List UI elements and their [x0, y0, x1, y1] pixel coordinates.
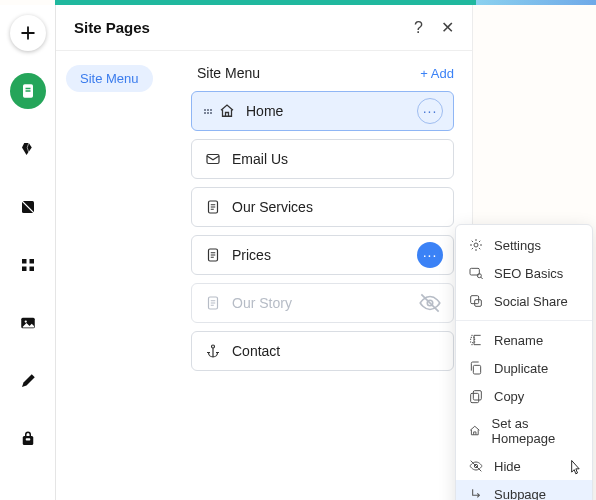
menu-item-duplicate[interactable]: Duplicate: [456, 354, 592, 382]
rail-store-button[interactable]: [10, 421, 46, 457]
hidden-icon: [417, 290, 443, 316]
rail-pages-button[interactable]: [10, 73, 46, 109]
doc-icon: [204, 198, 222, 216]
menu-item-label: SEO Basics: [494, 266, 563, 281]
share-icon: [468, 293, 484, 309]
page-actions-button[interactable]: ···: [417, 242, 443, 268]
panel-main: Site Menu Add Home···Email UsOur Service…: [191, 51, 472, 500]
page-item-prices[interactable]: Prices···: [191, 235, 454, 275]
menu-item-label: Hide: [494, 459, 521, 474]
site-pages-panel: Site Pages ? ✕ Site Menu Site Menu Add H…: [55, 5, 473, 500]
menu-item-homepage[interactable]: Set as Homepage: [456, 410, 592, 452]
rename-icon: [468, 332, 484, 348]
panel-sidebar: Site Menu: [56, 51, 191, 500]
rail-blog-button[interactable]: [10, 363, 46, 399]
anchor-icon: [204, 342, 222, 360]
menu-item-label: Social Share: [494, 294, 568, 309]
menu-item-label: Duplicate: [494, 361, 548, 376]
gear-icon: [468, 237, 484, 253]
site-menu-chip[interactable]: Site Menu: [66, 65, 153, 92]
home-icon: [218, 102, 236, 120]
page-list: Home···Email UsOur ServicesPrices···Our …: [191, 91, 454, 371]
page-context-menu: SettingsSEO BasicsSocial ShareRenameDupl…: [455, 224, 593, 500]
doc-icon: [204, 294, 222, 312]
doc-icon: [204, 246, 222, 264]
menu-item-rename[interactable]: Rename: [456, 326, 592, 354]
menu-separator: [456, 320, 592, 321]
svg-point-16: [474, 243, 478, 247]
duplicate-icon: [468, 360, 484, 376]
svg-rect-5: [29, 267, 34, 272]
svg-rect-10: [207, 155, 219, 164]
help-button[interactable]: ?: [414, 19, 423, 37]
page-label: Email Us: [232, 151, 288, 167]
page-item-story[interactable]: Our Story: [191, 283, 454, 323]
svg-rect-4: [22, 267, 27, 272]
seo-icon: [468, 265, 484, 281]
rail-apps-button[interactable]: [10, 247, 46, 283]
panel-title: Site Pages: [74, 19, 150, 36]
page-label: Contact: [232, 343, 280, 359]
menu-item-seo[interactable]: SEO Basics: [456, 259, 592, 287]
menu-item-hide[interactable]: Hide: [456, 452, 592, 480]
rail-design-button[interactable]: [10, 131, 46, 167]
menu-item-label: Settings: [494, 238, 541, 253]
rail-section-button[interactable]: [10, 189, 46, 225]
left-rail: [0, 5, 55, 500]
page-item-home[interactable]: Home···: [191, 91, 454, 131]
home-icon: [468, 423, 482, 439]
page-item-services[interactable]: Our Services: [191, 187, 454, 227]
section-title: Site Menu: [197, 65, 260, 81]
drag-handle-icon[interactable]: [204, 109, 212, 114]
page-label: Prices: [232, 247, 271, 263]
page-label: Our Story: [232, 295, 292, 311]
svg-rect-22: [473, 391, 481, 400]
page-label: Our Services: [232, 199, 313, 215]
svg-point-15: [212, 345, 215, 348]
svg-rect-2: [22, 259, 27, 264]
subpage-icon: [468, 486, 484, 500]
add-page-button[interactable]: Add: [420, 66, 454, 81]
menu-item-label: Subpage: [494, 487, 546, 501]
menu-item-subpage[interactable]: Subpage: [456, 480, 592, 500]
svg-rect-21: [473, 365, 480, 374]
svg-point-7: [24, 320, 26, 322]
page-item-email[interactable]: Email Us: [191, 139, 454, 179]
panel-header: Site Pages ? ✕: [56, 5, 472, 51]
copy-icon: [468, 388, 484, 404]
svg-rect-3: [29, 259, 34, 264]
page-item-contact[interactable]: Contact: [191, 331, 454, 371]
eye-off-icon: [468, 458, 484, 474]
menu-item-social[interactable]: Social Share: [456, 287, 592, 315]
svg-rect-23: [471, 393, 479, 402]
menu-item-label: Set as Homepage: [492, 416, 580, 446]
menu-item-settings[interactable]: Settings: [456, 231, 592, 259]
menu-item-label: Copy: [494, 389, 524, 404]
rail-media-button[interactable]: [10, 305, 46, 341]
close-button[interactable]: ✕: [441, 18, 454, 37]
page-label: Home: [246, 103, 283, 119]
page-actions-button[interactable]: ···: [417, 98, 443, 124]
menu-item-copy[interactable]: Copy: [456, 382, 592, 410]
rail-add-button[interactable]: [10, 15, 46, 51]
menu-item-label: Rename: [494, 333, 543, 348]
mail-icon: [204, 150, 222, 168]
svg-rect-9: [25, 438, 30, 440]
